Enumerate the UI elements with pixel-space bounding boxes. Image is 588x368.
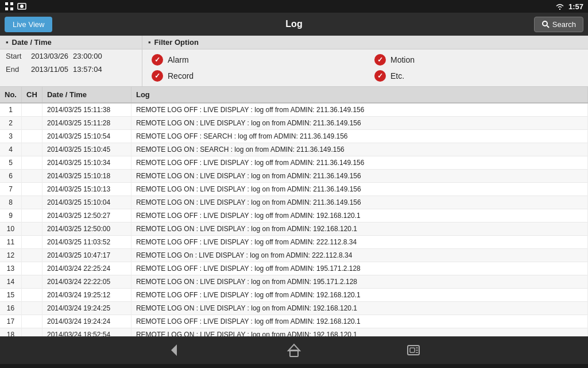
row-log: REMOTE LOG ON : SEARCH : log on from ADM… — [131, 143, 587, 156]
filter-section: Date / Time Start 2013/03/26 23:00:00 En… — [0, 36, 588, 87]
recent-icon — [405, 342, 421, 358]
row-ch — [21, 328, 42, 337]
row-datetime: 2014/03/24 19:24:25 — [42, 302, 131, 315]
row-log: REMOTE LOG OFF : LIVE DISPLAY : log off … — [131, 236, 587, 249]
row-log: REMOTE LOG ON : LIVE DISPLAY : log on fr… — [131, 328, 587, 337]
filter-option-record[interactable]: Record — [142, 68, 365, 84]
svg-rect-12 — [410, 348, 415, 352]
table-row: 6 2014/03/25 15:10:18 REMOTE LOG ON : LI… — [0, 170, 588, 183]
filter-option-etc[interactable]: Etc. — [365, 68, 588, 84]
row-datetime: 2014/03/24 18:52:54 — [42, 328, 131, 337]
row-datetime: 2014/03/24 22:25:24 — [42, 262, 131, 275]
row-datetime: 2014/03/25 12:50:00 — [42, 223, 131, 236]
row-ch — [21, 143, 42, 156]
row-ch — [21, 117, 42, 130]
back-icon — [167, 342, 183, 358]
row-datetime: 2014/03/25 12:50:27 — [42, 209, 131, 223]
filter-option-motion[interactable]: Motion — [365, 52, 588, 68]
row-datetime: 2014/03/25 11:03:52 — [42, 236, 131, 249]
table-row: 8 2014/03/25 15:10:04 REMOTE LOG ON : LI… — [0, 196, 588, 209]
svg-point-5 — [20, 5, 24, 8]
log-table: No. CH Date / Time Log 1 2014/03/25 15:1… — [0, 87, 588, 336]
table-header-row: No. CH Date / Time Log — [0, 87, 588, 103]
svg-rect-0 — [5, 2, 8, 5]
row-no: 4 — [0, 143, 21, 156]
row-ch — [21, 156, 42, 170]
top-bar: Live View Log Search — [0, 13, 588, 36]
start-label: Start — [6, 52, 26, 60]
datetime-header: Date / Time — [0, 36, 142, 49]
etc-checkbox-icon — [374, 70, 386, 82]
row-no: 11 — [0, 236, 21, 249]
status-bar-right: 1:57 — [555, 2, 583, 11]
row-log: REMOTE LOG OFF : LIVE DISPLAY : log off … — [131, 103, 587, 117]
row-log: REMOTE LOG ON : LIVE DISPLAY : log on fr… — [131, 170, 587, 183]
row-no: 2 — [0, 117, 21, 130]
filter-option-panel: Filter Option Alarm Motion Record Etc. — [142, 36, 588, 86]
photo-icon — [17, 2, 26, 11]
table-row: 17 2014/03/24 19:24:24 REMOTE LOG OFF : … — [0, 315, 588, 328]
table-row: 13 2014/03/24 22:25:24 REMOTE LOG OFF : … — [0, 262, 588, 275]
row-log: REMOTE LOG ON : LIVE DISPLAY : log on fr… — [131, 117, 587, 130]
svg-rect-2 — [5, 7, 8, 10]
row-ch — [21, 103, 42, 117]
end-row: End 2013/11/05 13:57:04 — [0, 63, 142, 76]
row-log: REMOTE LOG OFF : LIVE DISPLAY : log off … — [131, 156, 587, 170]
record-checkbox-icon — [152, 70, 163, 82]
row-no: 9 — [0, 209, 21, 223]
start-date: 2013/03/26 — [31, 52, 68, 60]
table-row: 4 2014/03/25 15:10:45 REMOTE LOG ON : SE… — [0, 143, 588, 156]
home-button[interactable] — [286, 342, 302, 358]
row-datetime: 2014/03/25 15:10:18 — [42, 170, 131, 183]
row-log: REMOTE LOG OFF : LIVE DISPLAY : log off … — [131, 315, 587, 328]
home-icon — [286, 342, 302, 358]
search-button[interactable]: Search — [534, 17, 583, 32]
col-header-log: Log — [131, 87, 587, 103]
row-log: REMOTE LOG ON : LIVE DISPLAY : log on fr… — [131, 275, 587, 289]
table-row: 2 2014/03/25 15:11:28 REMOTE LOG ON : LI… — [0, 117, 588, 130]
row-datetime: 2014/03/25 15:10:45 — [42, 143, 131, 156]
filter-option-alarm[interactable]: Alarm — [142, 52, 365, 68]
end-label: End — [6, 65, 26, 74]
row-ch — [21, 302, 42, 315]
end-time: 13:57:04 — [73, 65, 102, 74]
motion-label: Motion — [390, 55, 415, 64]
row-datetime: 2014/03/24 19:25:12 — [42, 289, 131, 302]
row-log: REMOTE LOG OFF : LIVE DISPLAY : log off … — [131, 262, 587, 275]
row-no: 10 — [0, 223, 21, 236]
back-button[interactable] — [167, 342, 183, 358]
row-datetime: 2014/03/25 15:10:13 — [42, 183, 131, 196]
row-ch — [21, 183, 42, 196]
row-datetime: 2014/03/25 15:11:28 — [42, 117, 131, 130]
svg-line-7 — [547, 26, 549, 28]
status-bar-left — [5, 2, 26, 11]
filter-header: Filter Option — [142, 36, 588, 49]
page-title: Log — [285, 19, 302, 29]
row-no: 14 — [0, 275, 21, 289]
recent-button[interactable] — [405, 342, 421, 358]
row-datetime: 2014/03/25 15:11:38 — [42, 103, 131, 117]
table-row: 3 2014/03/25 15:10:54 REMOTE LOG OFF : S… — [0, 130, 588, 143]
time-display: 1:57 — [568, 2, 583, 11]
row-ch — [21, 236, 42, 249]
row-no: 17 — [0, 315, 21, 328]
start-row: Start 2013/03/26 23:00:00 — [0, 49, 142, 63]
col-header-no: No. — [0, 87, 21, 103]
search-icon — [541, 20, 550, 28]
live-view-button[interactable]: Live View — [5, 17, 52, 32]
table-row: 9 2014/03/25 12:50:27 REMOTE LOG OFF : L… — [0, 209, 588, 223]
log-table-container: No. CH Date / Time Log 1 2014/03/25 15:1… — [0, 87, 588, 336]
table-row: 11 2014/03/25 11:03:52 REMOTE LOG OFF : … — [0, 236, 588, 249]
table-row: 14 2014/03/24 22:22:05 REMOTE LOG ON : L… — [0, 275, 588, 289]
row-log: REMOTE LOG ON : LIVE DISPLAY : log on fr… — [131, 302, 587, 315]
row-ch — [21, 130, 42, 143]
table-row: 5 2014/03/25 15:10:34 REMOTE LOG OFF : L… — [0, 156, 588, 170]
col-header-ch: CH — [21, 87, 42, 103]
row-datetime: 2014/03/25 15:10:04 — [42, 196, 131, 209]
motion-checkbox-icon — [374, 54, 386, 66]
row-ch — [21, 315, 42, 328]
svg-marker-8 — [171, 344, 177, 356]
row-log: REMOTE LOG OFF : SEARCH : log off from A… — [131, 130, 587, 143]
table-row: 7 2014/03/25 15:10:13 REMOTE LOG ON : LI… — [0, 183, 588, 196]
row-ch — [21, 262, 42, 275]
